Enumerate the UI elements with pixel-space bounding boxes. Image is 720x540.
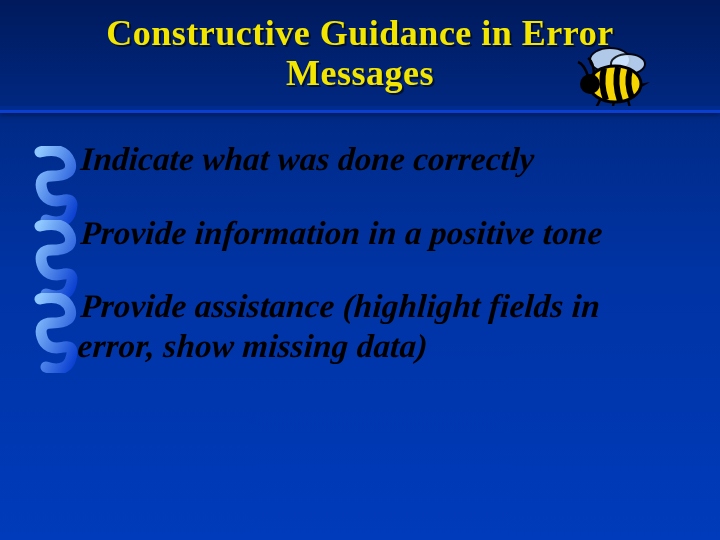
content-area: Indicate what was done correctly Provide… [40,140,680,400]
svg-point-3 [580,74,600,94]
bullet-item: Provide assistance (highlight fields in … [40,287,680,366]
spiral-bullet-icon [34,293,78,373]
title-area: Constructive Guidance in Error Messages [0,0,720,93]
bullet-text: Provide information in a positive tone [79,214,680,254]
bullet-item: Provide information in a positive tone [40,214,680,254]
bullet-item: Indicate what was done correctly [40,140,680,180]
bullet-text: Indicate what was done correctly [79,140,680,180]
bullet-text: Provide assistance (highlight fields in … [76,287,680,366]
title-underline [0,106,720,114]
slide: Constructive Guidance in Error Messages [0,0,720,540]
bee-icon [570,40,660,110]
